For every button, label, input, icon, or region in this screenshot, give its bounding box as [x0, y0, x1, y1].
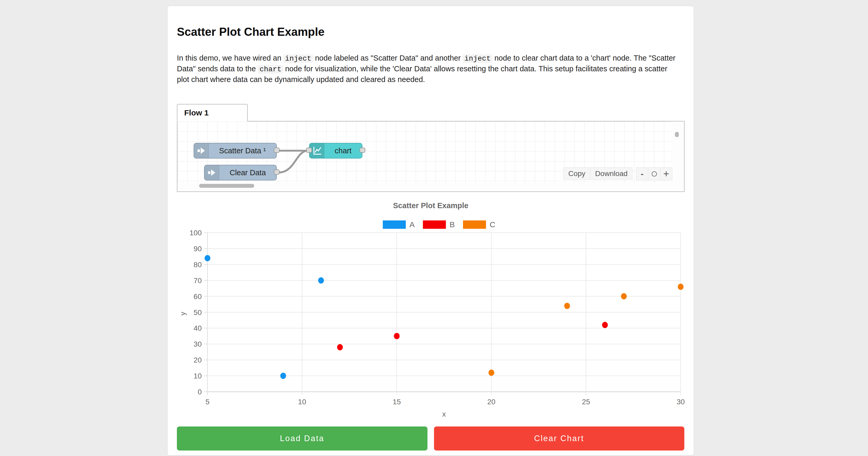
y-tick-label: 60	[194, 293, 202, 301]
zoom-out-button[interactable]: -	[636, 167, 648, 180]
data-point-B	[337, 344, 343, 350]
data-point-A	[280, 373, 286, 379]
node-label: Clear Data	[219, 165, 276, 180]
y-tick-label: 0	[197, 388, 202, 396]
zoom-in-button[interactable]: +	[660, 167, 672, 180]
load-data-button[interactable]: Load Data	[177, 426, 428, 451]
legend-swatch	[423, 221, 446, 229]
flow-zoom-toolbar: - +	[636, 167, 672, 180]
legend-swatch	[383, 221, 406, 229]
legend-label: A	[409, 220, 415, 229]
legend-item[interactable]: A	[383, 220, 415, 229]
intro-text: node labeled as "Scatter Data" and anoth…	[313, 54, 463, 62]
flow-canvas: Scatter Data ¹ Clear Data chart	[177, 121, 685, 192]
output-port[interactable]	[274, 148, 280, 153]
output-port[interactable]	[360, 148, 365, 153]
y-tick-label: 30	[194, 340, 202, 348]
intro-paragraph: In this demo, we have wired an inject no…	[177, 53, 681, 85]
legend-label: B	[450, 220, 455, 229]
x-tick-label: 15	[393, 398, 401, 406]
x-tick-label: 25	[582, 398, 590, 406]
action-button-row: Load Data Clear Chart	[177, 426, 684, 451]
page-card: Scatter Plot Chart Example In this demo,…	[167, 6, 694, 455]
data-point-B	[602, 322, 608, 328]
y-tick-label: 90	[194, 245, 202, 253]
y-axis-title: y	[179, 312, 187, 316]
inject-arrow-icon	[205, 165, 219, 180]
inline-code: chart	[258, 65, 283, 74]
scatter-chart: Scatter Plot ExampleABC01020304050607080…	[177, 192, 685, 421]
circle-icon	[652, 171, 657, 176]
node-clear-data[interactable]: Clear Data	[204, 165, 277, 181]
data-point-C	[678, 284, 684, 290]
output-port[interactable]	[274, 169, 280, 175]
legend-item[interactable]: C	[463, 220, 495, 229]
legend-item[interactable]: B	[423, 220, 455, 229]
flow-tab[interactable]: Flow 1	[177, 104, 248, 122]
x-tick-label: 10	[298, 398, 306, 406]
flow-tab-label: Flow 1	[184, 108, 209, 117]
inline-code: inject	[283, 54, 313, 63]
node-chart[interactable]: chart	[309, 143, 363, 159]
data-point-A	[318, 278, 324, 284]
page-title: Scatter Plot Chart Example	[177, 25, 684, 38]
intro-text: In this demo, we have wired an	[177, 54, 283, 62]
legend-swatch	[463, 221, 486, 229]
x-axis-title: x	[442, 410, 446, 418]
data-point-A	[205, 255, 210, 261]
inject-arrow-icon	[194, 143, 209, 158]
zoom-reset-button[interactable]	[648, 167, 660, 180]
horizontal-scrollbar-thumb[interactable]	[199, 184, 254, 188]
data-point-C	[621, 293, 627, 299]
node-label: Scatter Data ¹	[209, 143, 276, 158]
node-scatter-data[interactable]: Scatter Data ¹	[194, 143, 277, 159]
y-tick-label: 100	[189, 229, 202, 237]
data-point-C	[489, 369, 494, 376]
clear-chart-button[interactable]: Clear Chart	[434, 426, 685, 451]
y-tick-label: 20	[194, 356, 202, 364]
vertical-scrollbar-thumb[interactable]	[675, 132, 679, 137]
y-tick-label: 50	[194, 308, 202, 317]
flow-export-toolbar: Copy Download	[563, 167, 632, 180]
x-tick-label: 30	[677, 398, 685, 406]
input-port[interactable]	[306, 148, 312, 153]
y-tick-label: 70	[194, 276, 202, 285]
y-tick-label: 40	[194, 324, 202, 332]
x-tick-label: 5	[205, 398, 210, 406]
chart-title: Scatter Plot Example	[393, 201, 468, 210]
data-point-B	[394, 333, 400, 339]
y-tick-label: 10	[194, 372, 202, 380]
x-tick-label: 20	[487, 398, 495, 406]
legend-label: C	[490, 220, 495, 229]
download-button[interactable]: Download	[590, 167, 632, 180]
inline-code: inject	[463, 54, 492, 63]
data-point-C	[564, 303, 570, 309]
y-tick-label: 80	[194, 261, 202, 269]
copy-button[interactable]: Copy	[563, 167, 590, 180]
node-label: chart	[324, 143, 362, 158]
